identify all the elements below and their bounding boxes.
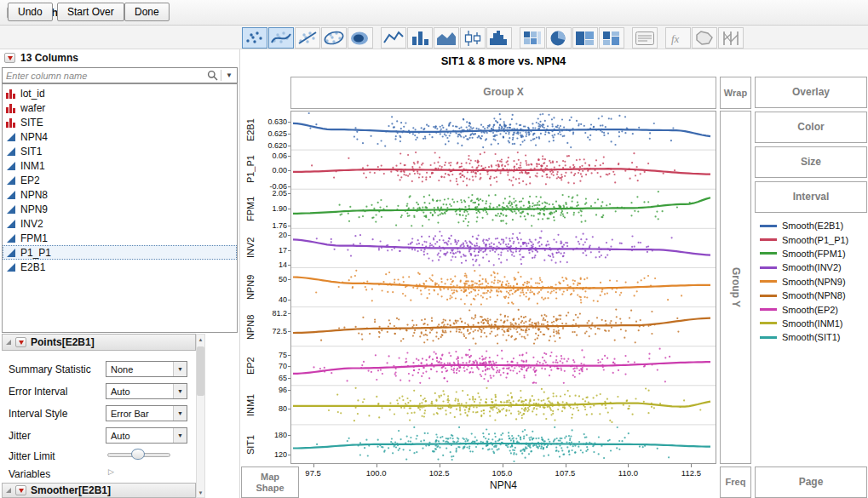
column-item-NPN4[interactable]: NPN4 — [3, 129, 237, 144]
start-over-button[interactable]: Start Over — [57, 3, 124, 21]
area-icon[interactable] — [434, 27, 459, 49]
y-axis-variable-FPM1[interactable]: FPM1 — [244, 189, 256, 228]
drop-zone-interval[interactable]: Interval — [755, 181, 867, 213]
x-axis-title[interactable]: NPN4 — [290, 479, 716, 491]
column-item-EP2[interactable]: EP2 — [3, 173, 237, 187]
undo-button[interactable]: Undo — [8, 3, 53, 21]
ellipse-icon[interactable] — [321, 27, 347, 49]
column-item-NPN8[interactable]: NPN8 — [3, 187, 237, 202]
column-item-INV2[interactable]: INV2 — [3, 216, 237, 231]
legend-item-NPN9[interactable]: Smooth(NPN9) — [760, 275, 867, 289]
formula-icon[interactable]: fx — [665, 27, 691, 49]
legend-item-P1_P1[interactable]: Smooth(P1_P1) — [760, 232, 867, 246]
y-tick-mark — [288, 435, 290, 436]
x-tick-label: 110.0 — [618, 468, 638, 478]
points-red-triangle-icon[interactable] — [15, 337, 26, 347]
y-axis-variable-SIT1[interactable]: SIT1 — [244, 425, 256, 464]
continuous-column-icon — [6, 146, 16, 157]
drop-zone-page[interactable]: Page — [755, 467, 867, 498]
drop-zone-overlay[interactable]: Overlay — [755, 77, 867, 108]
summary-statistic-label: Summary Statistic — [9, 363, 91, 375]
legend-item-INV2[interactable]: Smooth(INV2) — [760, 260, 867, 274]
drop-zone-freq[interactable]: Freq — [720, 467, 751, 498]
column-item-lot_id[interactable]: lot_id — [3, 86, 237, 100]
search-icon[interactable] — [207, 70, 218, 81]
legend-item-EP2[interactable]: Smooth(EP2) — [760, 302, 867, 316]
drop-zone-size[interactable]: Size — [755, 146, 867, 178]
y-axis-variable-P1_P1[interactable]: P1_P1 — [244, 150, 256, 189]
smoother-section-header[interactable]: Smoother[E2B1] — [2, 483, 196, 498]
column-item-E2B1[interactable]: E2B1 — [3, 260, 237, 274]
y-axis-variable-E2B1[interactable]: E2B1 — [244, 111, 256, 150]
panel-collapse-icon[interactable] — [6, 488, 11, 493]
drop-zone-group-y[interactable]: Group Y — [720, 111, 751, 464]
x-tick-label: 102.5 — [429, 468, 450, 478]
smoother-icon[interactable] — [268, 27, 294, 49]
scrollbar-thumb[interactable] — [197, 346, 204, 396]
y-tick-label: 81.2 — [256, 309, 287, 318]
done-button[interactable]: Done — [124, 3, 170, 21]
points-section-header[interactable]: Points[E2B1] — [2, 334, 196, 351]
x-tick-label: 97.5 — [305, 468, 321, 478]
y-tick-mark — [288, 331, 290, 332]
column-item-P1_P1[interactable]: P1_P1 — [3, 245, 237, 260]
y-axis-variable-INM1[interactable]: INM1 — [244, 386, 256, 425]
y-axis-variable-NPN8[interactable]: NPN8 — [244, 307, 256, 346]
plot-area[interactable] — [290, 111, 716, 464]
map-shapes-icon[interactable] — [692, 27, 717, 49]
slider-knob[interactable] — [131, 449, 145, 460]
summary-statistic-dropdown[interactable]: None▼ — [106, 361, 187, 377]
pie-icon[interactable] — [546, 27, 572, 49]
legend-item-SIT1[interactable]: Smooth(SIT1) — [760, 330, 867, 344]
columns-red-triangle-icon[interactable] — [4, 53, 15, 63]
column-item-SIT1[interactable]: SIT1 — [3, 144, 237, 158]
heatmap-icon[interactable] — [520, 27, 545, 49]
jitter-dropdown[interactable]: Auto▼ — [106, 427, 187, 444]
jitter-limit-slider[interactable] — [107, 448, 170, 461]
continuous-column-icon — [6, 161, 16, 171]
y-tick-label: 80 — [256, 404, 287, 413]
bar-icon[interactable] — [407, 27, 433, 49]
variables-expander-icon[interactable]: ▷ — [108, 467, 114, 476]
parallel-icon[interactable] — [718, 27, 744, 49]
y-axis-variable-EP2[interactable]: EP2 — [244, 346, 256, 386]
scroll-down-icon[interactable]: ▼ — [198, 488, 204, 497]
contour-icon[interactable] — [348, 27, 373, 49]
drop-zone-color[interactable]: Color — [755, 112, 867, 143]
y-axis-variable-NPN9[interactable]: NPN9 — [244, 267, 256, 306]
legend-item-NPN8[interactable]: Smooth(NPN8) — [760, 289, 867, 302]
column-item-wafer[interactable]: wafer — [3, 100, 237, 115]
line-icon[interactable] — [381, 27, 406, 49]
histogram-icon[interactable] — [486, 27, 512, 49]
column-item-FPM1[interactable]: FPM1 — [3, 231, 237, 245]
legend-item-INM1[interactable]: Smooth(INM1) — [760, 317, 867, 330]
column-item-NPN9[interactable]: NPN9 — [3, 202, 237, 216]
y-axis-variable-INV2[interactable]: INV2 — [244, 228, 256, 267]
graph-builder-window: Graph Builder Undo Start Over Done fx 13… — [0, 0, 868, 498]
column-item-SITE[interactable]: SITE — [3, 115, 237, 129]
column-search-input[interactable] — [3, 71, 207, 81]
smoother-red-triangle-icon[interactable] — [15, 485, 26, 495]
nominal-column-icon — [6, 103, 16, 113]
interval-style-dropdown[interactable]: Error Bar▼ — [106, 405, 187, 421]
column-item-INM1[interactable]: INM1 — [3, 158, 237, 173]
error-interval-dropdown[interactable]: Auto▼ — [106, 383, 187, 399]
legend-item-FPM1[interactable]: Smooth(FPM1) — [760, 247, 867, 260]
scroll-up-icon[interactable]: ▲ — [198, 335, 204, 344]
box-plot-icon[interactable] — [460, 27, 486, 49]
points-icon[interactable] — [242, 27, 267, 49]
chevron-down-icon: ▼ — [173, 428, 187, 443]
interval-style-label: Interval Style — [9, 408, 67, 420]
panel-collapse-icon[interactable] — [6, 340, 11, 345]
drop-zone-wrap[interactable]: Wrap — [720, 77, 751, 109]
line-of-fit-icon[interactable] — [295, 27, 320, 49]
caption-box-icon[interactable] — [632, 27, 658, 49]
y-axis: E2B10.6300.6250.620P1_P10.060.00-0.06FPM… — [241, 111, 290, 464]
legend-label: Smooth(INV2) — [782, 262, 842, 272]
column-name: SIT1 — [20, 146, 42, 157]
legend-item-E2B1[interactable]: Smooth(E2B1) — [760, 219, 867, 232]
treemap-icon[interactable] — [572, 27, 598, 49]
drop-zone-group-x[interactable]: Group X — [290, 77, 716, 109]
mosaic-icon[interactable] — [599, 27, 624, 49]
search-options-chevron-icon[interactable]: ▼ — [224, 72, 237, 79]
